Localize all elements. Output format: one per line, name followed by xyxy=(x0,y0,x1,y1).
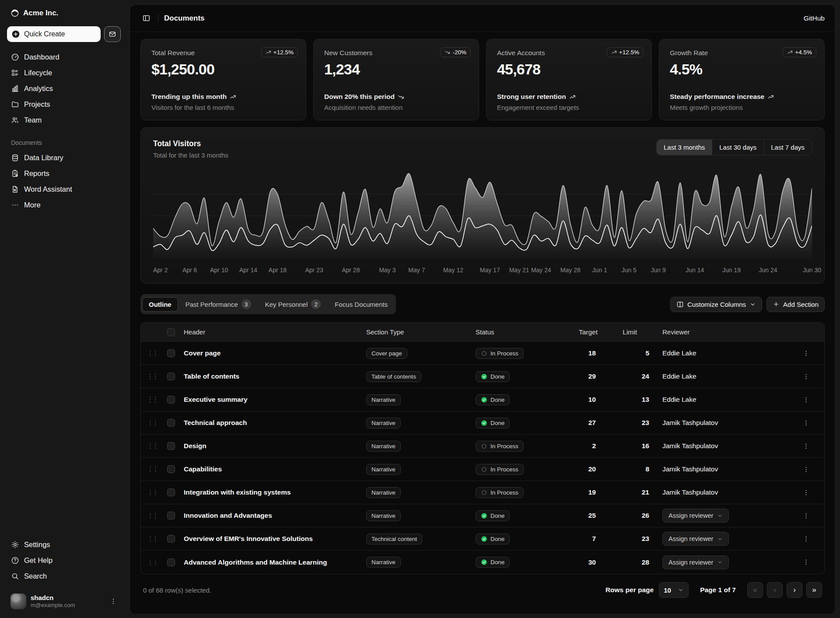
target-value[interactable]: 7 xyxy=(565,535,609,543)
assign-reviewer-select[interactable]: Assign reviewer xyxy=(662,555,729,569)
row-header[interactable]: Executive summary xyxy=(184,396,366,404)
limit-value[interactable]: 21 xyxy=(609,488,662,496)
row-menu-button[interactable] xyxy=(802,466,810,473)
first-page-button[interactable]: « xyxy=(747,582,763,598)
sidebar-item-get-help[interactable]: Get Help xyxy=(7,552,121,568)
row-menu-button[interactable] xyxy=(802,442,810,450)
drag-handle[interactable]: ⋮⋮ xyxy=(147,396,157,404)
target-value[interactable]: 18 xyxy=(565,349,609,357)
drag-handle[interactable]: ⋮⋮ xyxy=(147,535,157,543)
sidebar-item-search[interactable]: Search xyxy=(7,568,121,584)
row-header[interactable]: Design xyxy=(184,442,366,450)
sidebar-item-projects[interactable]: Projects xyxy=(7,96,121,112)
last-page-button[interactable]: » xyxy=(806,582,822,598)
target-value[interactable]: 2 xyxy=(565,442,609,450)
trend-up-icon xyxy=(266,49,271,55)
row-checkbox[interactable] xyxy=(167,419,175,427)
row-checkbox[interactable] xyxy=(167,349,175,357)
customize-columns-button[interactable]: Customize Columns xyxy=(670,297,762,312)
row-checkbox[interactable] xyxy=(167,442,175,450)
sidebar-item-reports[interactable]: Reports xyxy=(7,165,121,181)
sidebar-item-settings[interactable]: Settings xyxy=(7,537,121,552)
row-header[interactable]: Advanced Algorithms and Machine Learning xyxy=(184,558,366,566)
row-header[interactable]: Innovation and Advantages xyxy=(184,512,366,520)
limit-value[interactable]: 26 xyxy=(609,512,662,520)
drag-handle[interactable]: ⋮⋮ xyxy=(147,465,157,473)
row-header[interactable]: Table of contents xyxy=(184,372,366,380)
user-menu[interactable]: shadcn m@example.com xyxy=(7,590,121,613)
row-checkbox[interactable] xyxy=(167,488,175,496)
row-header[interactable]: Capabilities xyxy=(184,465,366,473)
rows-per-page-value: 10 xyxy=(664,586,671,594)
row-menu-button[interactable] xyxy=(802,558,810,566)
row-header[interactable]: Overview of EMR's Innovative Solutions xyxy=(184,535,366,543)
range-button-last-7-days[interactable]: Last 7 days xyxy=(763,140,812,155)
drag-handle[interactable]: ⋮⋮ xyxy=(147,488,157,496)
limit-value[interactable]: 16 xyxy=(609,442,662,450)
next-page-button[interactable]: › xyxy=(787,582,802,598)
sidebar-item-team[interactable]: Team xyxy=(7,112,121,128)
row-checkbox[interactable] xyxy=(167,372,175,380)
rows-per-page-select[interactable]: 10 xyxy=(659,582,689,598)
previous-page-button[interactable]: ‹ xyxy=(767,582,783,598)
target-value[interactable]: 27 xyxy=(565,419,609,427)
quick-create-button[interactable]: Quick Create xyxy=(7,26,101,42)
assign-reviewer-select[interactable]: Assign reviewer xyxy=(662,509,729,523)
inbox-button[interactable] xyxy=(104,26,121,42)
drag-handle[interactable]: ⋮⋮ xyxy=(147,372,157,380)
sidebar-item-dashboard[interactable]: Dashboard xyxy=(7,49,121,65)
drag-handle[interactable]: ⋮⋮ xyxy=(147,558,157,566)
drag-handle[interactable]: ⋮⋮ xyxy=(147,512,157,520)
limit-value[interactable]: 13 xyxy=(609,396,662,404)
row-menu-button[interactable] xyxy=(802,350,810,357)
range-button-last-3-months[interactable]: Last 3 months xyxy=(657,140,712,155)
row-header[interactable]: Cover page xyxy=(184,349,366,357)
target-value[interactable]: 30 xyxy=(565,558,609,566)
drag-handle[interactable]: ⋮⋮ xyxy=(147,419,157,427)
sidebar-item-more[interactable]: More xyxy=(7,197,121,213)
dots-vertical-icon[interactable] xyxy=(109,597,117,605)
limit-value[interactable]: 8 xyxy=(609,465,662,473)
assign-reviewer-select[interactable]: Assign reviewer xyxy=(662,532,729,546)
row-checkbox[interactable] xyxy=(167,558,175,566)
target-value[interactable]: 19 xyxy=(565,488,609,496)
github-link[interactable]: GitHub xyxy=(804,14,825,22)
trend-badge: +12.5% xyxy=(607,47,644,57)
tab-focus-documents[interactable]: Focus Documents xyxy=(328,297,394,312)
limit-value[interactable]: 5 xyxy=(609,349,662,357)
tab-outline[interactable]: Outline xyxy=(142,297,178,312)
drag-handle[interactable]: ⋮⋮ xyxy=(147,442,157,450)
limit-value[interactable]: 24 xyxy=(609,372,662,380)
brand[interactable]: Acme Inc. xyxy=(7,6,121,20)
sidebar-item-word-assistant[interactable]: Word Assistant xyxy=(7,181,121,197)
row-checkbox[interactable] xyxy=(167,535,175,543)
target-value[interactable]: 29 xyxy=(565,372,609,380)
sidebar-item-data-library[interactable]: Data Library xyxy=(7,150,121,165)
limit-value[interactable]: 28 xyxy=(609,558,662,566)
row-menu-button[interactable] xyxy=(802,396,810,404)
row-menu-button[interactable] xyxy=(802,535,810,543)
add-section-button[interactable]: Add Section xyxy=(766,297,825,312)
sidebar-toggle-button[interactable] xyxy=(140,12,152,24)
row-menu-button[interactable] xyxy=(802,489,810,496)
sidebar-item-lifecycle[interactable]: Lifecycle xyxy=(7,65,121,81)
row-menu-button[interactable] xyxy=(802,512,810,520)
row-menu-button[interactable] xyxy=(802,373,810,380)
target-value[interactable]: 20 xyxy=(565,465,609,473)
target-value[interactable]: 25 xyxy=(565,512,609,520)
row-checkbox[interactable] xyxy=(167,465,175,473)
tab-key-personnel[interactable]: Key Personnel2 xyxy=(259,296,328,313)
select-all-checkbox[interactable] xyxy=(167,328,175,336)
row-checkbox[interactable] xyxy=(167,512,175,520)
row-header[interactable]: Integration with existing systems xyxy=(184,488,366,496)
limit-value[interactable]: 23 xyxy=(609,535,662,543)
row-header[interactable]: Technical approach xyxy=(184,419,366,427)
drag-handle[interactable]: ⋮⋮ xyxy=(147,349,157,357)
limit-value[interactable]: 23 xyxy=(609,419,662,427)
row-menu-button[interactable] xyxy=(802,419,810,427)
target-value[interactable]: 10 xyxy=(565,396,609,404)
sidebar-item-analytics[interactable]: Analytics xyxy=(7,81,121,96)
range-button-last-30-days[interactable]: Last 30 days xyxy=(712,140,763,155)
row-checkbox[interactable] xyxy=(167,396,175,404)
tab-past-performance[interactable]: Past Performance3 xyxy=(179,296,258,313)
